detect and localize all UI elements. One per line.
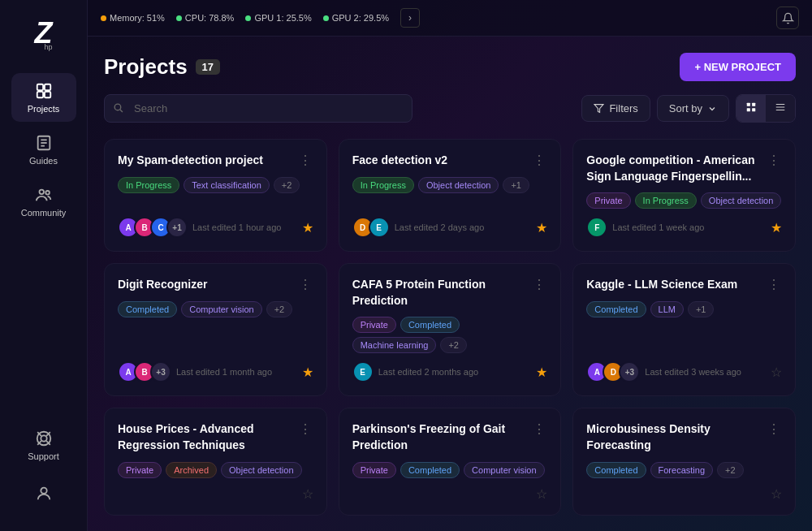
sidebar-item-community[interactable]: Community (11, 177, 76, 226)
card-menu-button[interactable]: ⋮ (531, 153, 547, 169)
card-header: Google competition - American Sign Langu… (586, 153, 782, 184)
star-button[interactable]: ★ (536, 365, 547, 380)
card-header: Face detection v2⋮ (352, 153, 548, 169)
sidebar-item-support[interactable]: Support (11, 421, 76, 469)
card-tags: CompletedComputer vision+2 (118, 301, 313, 317)
card-menu-button[interactable]: ⋮ (531, 421, 547, 438)
card-avatars: AD+3 (586, 361, 640, 382)
project-card-p3[interactable]: Google competition - American Sign Langu… (572, 139, 796, 252)
card-menu-button[interactable]: ⋮ (297, 277, 313, 293)
card-title: My Spam-detection project (118, 153, 297, 169)
project-card-p5[interactable]: CAFA 5 Protein Function Prediction⋮Priva… (339, 263, 562, 396)
card-tags: PrivateArchivedObject detection (118, 462, 313, 478)
project-card-p2[interactable]: Face detection v2⋮In ProgressObject dete… (339, 139, 562, 252)
metric-memory: Memory: 51% (101, 13, 165, 23)
tag-in-progress: In Progress (635, 192, 697, 209)
project-card-p4[interactable]: Digit Recognizer⋮CompletedComputer visio… (104, 263, 327, 396)
card-title: Parkinson's Freezing of Gait Prediction (352, 421, 532, 453)
projects-icon (34, 81, 54, 101)
project-card-p8[interactable]: Parkinson's Freezing of Gait Prediction⋮… (339, 408, 562, 515)
search-input[interactable] (104, 94, 412, 123)
project-card-p6[interactable]: Kaggle - LLM Science Exam⋮CompletedLLM+1… (572, 263, 796, 396)
star-button[interactable]: ★ (302, 365, 313, 380)
tag-private: Private (586, 192, 630, 209)
tag-completed: Completed (400, 462, 460, 478)
project-card-p9[interactable]: Microbusiness Density Forecasting⋮Comple… (572, 408, 796, 515)
card-edit-time: Last edited 2 months ago (378, 367, 479, 377)
chevron-down-icon (707, 104, 717, 114)
card-tags: PrivateCompletedComputer vision (352, 462, 548, 478)
filter-buttons: Filters Sort by (581, 94, 796, 123)
new-project-button[interactable]: + NEW PROJECT (680, 53, 796, 81)
content-area: Projects 17 + NEW PROJECT (88, 37, 812, 531)
star-button[interactable]: ★ (536, 220, 547, 235)
search-filter-row: Filters Sort by (104, 94, 796, 123)
svg-rect-20 (747, 103, 750, 106)
card-footer: ☆ (118, 486, 313, 502)
guides-icon (34, 133, 54, 153)
star-button[interactable]: ☆ (302, 486, 313, 502)
tag-in-progress: In Progress (118, 177, 179, 193)
card-menu-button[interactable]: ⋮ (766, 277, 782, 293)
notification-button[interactable] (776, 6, 799, 29)
metrics-arrow-button[interactable]: › (400, 8, 420, 28)
tag-more: +1 (503, 177, 529, 193)
projects-count-badge: 17 (196, 59, 220, 75)
card-menu-button[interactable]: ⋮ (297, 421, 313, 438)
svg-rect-21 (752, 103, 755, 106)
svg-point-8 (39, 190, 44, 195)
star-button[interactable]: ☆ (536, 486, 547, 502)
sidebar-item-account[interactable] (11, 476, 76, 512)
card-footer: ☆ (352, 486, 548, 502)
account-icon (34, 484, 54, 503)
star-button[interactable]: ☆ (771, 486, 782, 502)
card-avatars: DE (352, 217, 390, 238)
svg-point-11 (41, 435, 46, 441)
card-header: Digit Recognizer⋮ (118, 277, 313, 293)
sidebar-item-projects[interactable]: Projects (11, 73, 76, 122)
list-view-button[interactable] (766, 95, 795, 122)
card-menu-button[interactable]: ⋮ (297, 153, 313, 169)
card-edit-time: Last edited 3 weeks ago (645, 367, 741, 377)
svg-rect-22 (747, 108, 750, 111)
avatar-count: +3 (150, 361, 171, 382)
card-menu-button[interactable]: ⋮ (766, 153, 782, 169)
project-card-p1[interactable]: My Spam-detection project⋮In ProgressTex… (104, 139, 327, 252)
filter-icon (594, 103, 604, 114)
sidebar-item-guides[interactable]: Guides (11, 125, 76, 174)
sortby-button[interactable]: Sort by (657, 95, 729, 122)
card-tags: In ProgressText classification+2 (118, 177, 313, 193)
card-title: Microbusiness Density Forecasting (586, 421, 766, 453)
filters-button[interactable]: Filters (581, 95, 650, 122)
card-edit-time: Last edited 1 week ago (612, 222, 704, 232)
card-title: Kaggle - LLM Science Exam (586, 277, 766, 293)
tag-private: Private (118, 462, 162, 478)
grid-view-button[interactable] (736, 95, 766, 122)
avatar: E (352, 361, 374, 382)
card-header: Kaggle - LLM Science Exam⋮ (586, 277, 782, 293)
card-tags: CompletedLLM+1 (586, 301, 782, 317)
community-icon (34, 185, 54, 205)
avatar: F (586, 217, 607, 238)
topbar: Memory: 51% CPU: 78.8% GPU 1: 25.5% GPU … (88, 0, 812, 37)
avatar-count: +3 (619, 361, 640, 382)
star-button[interactable]: ★ (771, 220, 782, 235)
sidebar: Z hp Projects (0, 0, 88, 531)
tag-more: +2 (266, 301, 293, 317)
card-header: CAFA 5 Protein Function Prediction⋮ (352, 277, 548, 309)
svg-point-17 (114, 104, 121, 110)
tag-computer-vision: Computer vision (181, 301, 261, 317)
star-button[interactable]: ☆ (771, 365, 782, 380)
card-menu-button[interactable]: ⋮ (766, 421, 782, 438)
view-toggle (736, 94, 796, 123)
project-card-p7[interactable]: House Prices - Advanced Regression Techn… (104, 408, 327, 515)
tag-llm: LLM (650, 301, 684, 317)
card-footer: ABC+1Last edited 1 hour ago★ (118, 217, 313, 238)
card-menu-button[interactable]: ⋮ (531, 277, 547, 293)
svg-rect-0 (37, 84, 42, 90)
star-button[interactable]: ★ (302, 220, 313, 235)
tag-archived: Archived (166, 462, 217, 478)
card-avatars: ABC+1 (118, 217, 188, 238)
card-footer: ☆ (586, 486, 782, 502)
svg-point-9 (45, 191, 50, 195)
